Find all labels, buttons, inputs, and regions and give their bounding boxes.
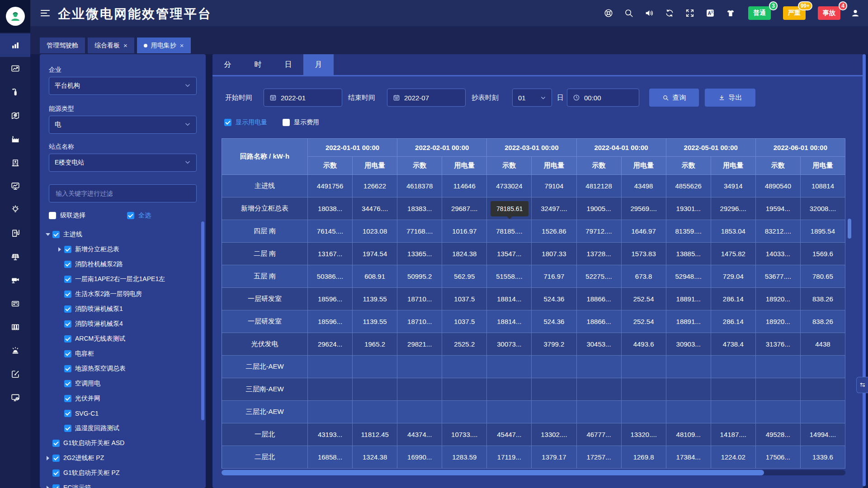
sidebar-item-device[interactable]: [0, 292, 30, 315]
tree-checkbox[interactable]: [64, 320, 71, 328]
end-date-input[interactable]: 2022-07: [387, 89, 466, 107]
display-checkbox-0[interactable]: 显示用电量: [224, 118, 267, 127]
shirt-icon[interactable]: [725, 8, 736, 19]
tree-checkbox[interactable]: [64, 261, 71, 268]
enterprise-select[interactable]: 平台机构: [49, 77, 197, 95]
sidebar-item-alarm[interactable]: [0, 339, 30, 362]
translate-icon[interactable]: A文: [705, 8, 716, 19]
tree-item[interactable]: 地源热泵空调总表: [40, 361, 199, 376]
tree-item[interactable]: 空调用电: [40, 376, 199, 391]
period-tab-2[interactable]: 日: [273, 54, 303, 75]
period-tab-0[interactable]: 分: [212, 54, 243, 75]
nav-tab-2[interactable]: 用电集抄×: [137, 38, 191, 53]
sidebar-item-hospital[interactable]: [0, 151, 30, 174]
table-horizontal-scrollbar[interactable]: [222, 470, 764, 475]
sidebar-item-factory[interactable]: [0, 127, 30, 151]
sidebar-item-bar-chart[interactable]: [0, 33, 30, 57]
tree-checkbox[interactable]: [64, 276, 71, 283]
tree-checkbox[interactable]: [52, 440, 60, 447]
start-date-input[interactable]: 2022-01: [264, 89, 342, 107]
tree-checkbox[interactable]: [64, 425, 71, 432]
sidebar-item-solar-panel[interactable]: [0, 245, 30, 268]
panel-scrollbar[interactable]: [201, 221, 204, 420]
export-button[interactable]: 导出: [705, 89, 755, 107]
sidebar-item-edit[interactable]: [0, 362, 30, 386]
tree-checkbox[interactable]: [64, 305, 71, 313]
meter-day-select[interactable]: 01: [512, 89, 552, 107]
tree-item[interactable]: EC演示箱: [40, 480, 199, 488]
tree-expand-icon[interactable]: [43, 233, 52, 236]
lifebuoy-icon[interactable]: [603, 8, 614, 19]
meter-time-input[interactable]: 00:00: [567, 89, 639, 107]
tree-checkbox[interactable]: [64, 365, 71, 372]
tree-checkbox[interactable]: [64, 246, 71, 253]
refresh-icon[interactable]: [664, 8, 675, 19]
tree-checkbox[interactable]: [64, 350, 71, 357]
tree-item[interactable]: 一层南1APE2右一层北1APE1左: [40, 272, 199, 286]
alarm-badge-0[interactable]: 普通3: [748, 6, 771, 20]
energy-type-select[interactable]: 电: [49, 116, 197, 134]
period-tab-1[interactable]: 时: [243, 54, 273, 75]
tree-item[interactable]: 消防喷淋机械泵1: [40, 301, 199, 316]
tree-checkbox[interactable]: [52, 231, 60, 238]
close-icon[interactable]: ×: [180, 42, 184, 49]
alarm-badge-1[interactable]: 严重99+: [783, 6, 806, 20]
sidebar-item-map-search[interactable]: [0, 104, 30, 127]
table-vertical-scrollbar[interactable]: [848, 219, 851, 239]
checkbox[interactable]: [283, 119, 290, 126]
sidebar-item-fire-extinguisher[interactable]: [0, 80, 30, 104]
station-select-value: E楼变电站: [55, 159, 84, 167]
tree-item[interactable]: ARCM无线表测试: [40, 331, 199, 346]
tree-item[interactable]: 消防喷淋机械泵4: [40, 316, 199, 331]
sidebar-item-bulb[interactable]: [0, 198, 30, 221]
sidebar-item-monitor-settings[interactable]: [0, 386, 30, 409]
drawer-toggle-handle[interactable]: [856, 377, 868, 393]
tree-expand-icon[interactable]: [43, 486, 52, 488]
tree-item[interactable]: G1软启动开关柜 ASD: [40, 436, 199, 450]
tree-checkbox[interactable]: [52, 469, 60, 477]
select-all-checkbox[interactable]: [127, 212, 134, 219]
display-checkbox-1[interactable]: 显示费用: [283, 118, 319, 127]
sidebar-item-camera[interactable]: [0, 268, 30, 292]
sidebar-item-monitor-chart[interactable]: [0, 174, 30, 198]
menu-collapse-icon[interactable]: [40, 8, 51, 19]
keyword-filter-input[interactable]: [49, 184, 197, 202]
search-icon[interactable]: [623, 8, 634, 19]
tree-item[interactable]: G1软启动开关柜 PZ: [40, 465, 199, 480]
tree-checkbox[interactable]: [64, 395, 71, 402]
tree-checkbox[interactable]: [64, 291, 71, 298]
tree-item[interactable]: 电容柜: [40, 346, 199, 361]
nav-tab-0[interactable]: 管理驾驶舱: [40, 38, 85, 53]
tree-expand-icon[interactable]: [55, 247, 64, 252]
alarm-badge-2[interactable]: 事故4: [818, 6, 840, 20]
tree-item[interactable]: 温湿度回路测试: [40, 421, 199, 436]
user-icon[interactable]: [850, 8, 861, 19]
tree-item[interactable]: 生活水泵2路一层弱电房: [40, 286, 199, 301]
volume-icon[interactable]: [644, 8, 655, 19]
fullscreen-icon[interactable]: [684, 8, 695, 19]
station-select[interactable]: E楼变电站: [49, 154, 197, 172]
tree-item[interactable]: 新增分立柜总表: [40, 242, 199, 257]
tree-item[interactable]: 主进线: [40, 227, 199, 242]
tree-checkbox[interactable]: [52, 484, 60, 488]
tree-checkbox[interactable]: [64, 380, 71, 387]
period-tab-3[interactable]: 月: [303, 54, 334, 75]
tree-checkbox[interactable]: [64, 410, 71, 417]
sidebar-item-trend-chart[interactable]: [0, 57, 30, 80]
sidebar-item-ev-charger[interactable]: [0, 221, 30, 245]
page-scrollbar[interactable]: [863, 54, 866, 486]
tree-item[interactable]: 2G2进线柜 PZ: [40, 450, 199, 465]
tree-item[interactable]: SVG-C1: [40, 406, 199, 421]
tree-checkbox[interactable]: [52, 455, 60, 462]
tree-checkbox[interactable]: [64, 335, 71, 343]
cascade-checkbox[interactable]: [49, 212, 56, 219]
tree-item[interactable]: 消防栓机械泵2路: [40, 257, 199, 272]
value-cell: 19594...: [756, 197, 801, 220]
checkbox[interactable]: [224, 119, 231, 126]
tree-item[interactable]: 光伏并网: [40, 391, 199, 406]
sidebar-item-cabinet[interactable]: [0, 315, 30, 339]
close-icon[interactable]: ×: [123, 42, 127, 49]
query-button[interactable]: 查询: [649, 89, 699, 107]
tree-expand-icon[interactable]: [43, 456, 52, 460]
nav-tab-1[interactable]: 综合看板×: [88, 38, 134, 53]
